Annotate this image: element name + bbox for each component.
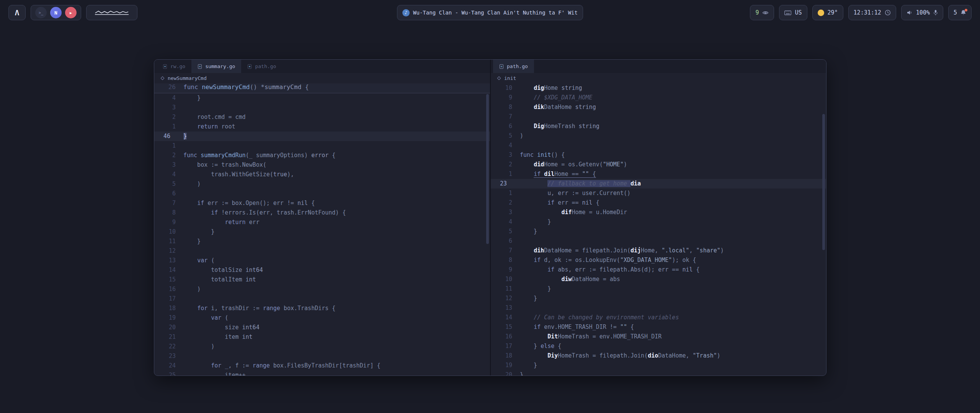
code-line[interactable]: 18 for i, trashDir := range box.TrashDir… — [154, 304, 490, 313]
right-scrollbar[interactable] — [822, 114, 825, 250]
code-line[interactable]: 9 // $XDG_DATA_HOME — [491, 93, 826, 102]
code-line[interactable]: 19 var ( — [154, 313, 490, 323]
code-text: var ( — [183, 313, 228, 323]
code-line[interactable]: 19 } — [491, 361, 826, 370]
code-line[interactable]: 4 trash.WithGetSize(true), — [154, 170, 490, 179]
weather[interactable]: 29° — [812, 5, 843, 20]
code-line[interactable]: 10 diwDataHome = abs — [491, 275, 826, 284]
tab-path.go[interactable]: path.go — [241, 60, 282, 73]
code-line[interactable]: 23 // fallback to get home dia — [491, 179, 826, 189]
launcher-icon: Λ — [15, 8, 19, 17]
code-line[interactable]: 22 ) — [154, 342, 490, 351]
symbol-icon — [160, 76, 165, 80]
notification-dot — [965, 9, 967, 11]
code-line[interactable]: 1 — [154, 141, 490, 151]
line-number: 18 — [154, 304, 183, 313]
code-line[interactable]: 20 size int64 — [154, 323, 490, 332]
code-line[interactable]: 16 ) — [154, 285, 490, 294]
code-line[interactable]: 17 — [154, 294, 490, 304]
clock-value: 12:31:12 — [854, 9, 881, 16]
clock[interactable]: 12:31:12 — [848, 5, 896, 20]
code-line[interactable]: 4 } — [154, 93, 490, 103]
code-line[interactable]: 8 dikDataHome string — [491, 102, 826, 112]
code-line[interactable]: 14 // Can be changed by environment vari… — [491, 313, 826, 322]
workspace-neovim[interactable]: N — [50, 7, 62, 18]
code-line[interactable]: 12 } — [491, 294, 826, 303]
code-line[interactable]: 16 DitHomeTrash = env.HOME_TRASH_DIR — [491, 332, 826, 341]
code-line[interactable]: 6 — [154, 189, 490, 198]
code-line[interactable]: 46} — [154, 132, 490, 141]
code-line[interactable]: 18 DiyHomeTrash = filepath.Join(dioDataH… — [491, 351, 826, 361]
code-line[interactable]: 10 } — [154, 227, 490, 237]
code-line[interactable]: 7 if err := box.Open(); err != nil { — [154, 198, 490, 208]
code-text: } — [520, 217, 551, 227]
tab-path.go[interactable]: path.go — [493, 60, 534, 73]
code-line[interactable]: 11 } — [154, 237, 490, 246]
code-line[interactable]: 2 if err == nil { — [491, 198, 826, 208]
bell-icon — [960, 10, 966, 16]
code-line[interactable]: 13 var ( — [154, 256, 490, 265]
code-line[interactable]: 21 item int — [154, 332, 490, 342]
idle-inhibitor[interactable]: 9 — [750, 5, 774, 20]
code-line[interactable]: 5) — [491, 131, 826, 141]
bar-left-group: Λ >_ N ▶ — [8, 5, 137, 20]
code-line[interactable]: 4 } — [491, 217, 826, 227]
code-text: size int64 — [183, 323, 260, 332]
code-line[interactable]: 6 DigHomeTrash string — [491, 122, 826, 131]
code-line[interactable]: 5 } — [491, 227, 826, 236]
line-number: 10 — [491, 83, 520, 93]
code-line[interactable]: 3 difHome = u.HomeDir — [491, 208, 826, 217]
workspace-media[interactable]: ▶ — [65, 7, 77, 18]
code-line[interactable]: 10 digHome string — [491, 83, 826, 93]
code-line[interactable]: 5 ) — [154, 179, 490, 189]
sun-icon — [818, 10, 824, 16]
code-text: diwDataHome = abs — [520, 275, 620, 284]
code-line[interactable]: 13 — [491, 303, 826, 313]
line-number: 15 — [491, 322, 520, 332]
code-line[interactable]: 8 if !errors.Is(err, trash.ErrNotFound) … — [154, 208, 490, 218]
code-line[interactable]: 12 — [154, 246, 490, 256]
code-text: } — [520, 284, 551, 294]
tab-rw.go[interactable]: rw.go — [157, 60, 191, 73]
notifications[interactable]: 5 — [948, 5, 972, 20]
code-line[interactable]: 6 — [491, 236, 826, 246]
code-line[interactable]: 9 if abs, err := filepath.Abs(d); err ==… — [491, 265, 826, 275]
code-line[interactable]: 15 if env.HOME_TRASH_DIR != "" { — [491, 322, 826, 332]
code-text: func summaryCmdRun(_ summaryOptions) err… — [183, 151, 335, 160]
code-line[interactable]: 11 } — [491, 284, 826, 294]
code-line[interactable]: 25 item++ — [154, 371, 490, 376]
workspace-terminal[interactable]: >_ — [35, 7, 47, 18]
code-line[interactable]: 1 if dilHome == "" { — [491, 169, 826, 179]
code-line[interactable]: 1 u, err := user.Current() — [491, 189, 826, 198]
media-player[interactable]: ♪ Wu-Tang Clan - Wu-Tang Clan Ain't Nuth… — [397, 5, 583, 20]
volume[interactable]: 100% — [901, 5, 943, 20]
code-line[interactable]: 15 totalItem int — [154, 275, 490, 285]
code-line[interactable]: 7 — [491, 112, 826, 122]
code-line[interactable]: 1 return root — [154, 122, 490, 132]
left-scrollbar[interactable] — [486, 94, 489, 244]
code-line[interactable]: 20} — [491, 370, 826, 376]
code-line[interactable]: 23 — [154, 351, 490, 361]
code-line[interactable]: 8 if d, ok := os.LookupEnv("XDG_DATA_HOM… — [491, 255, 826, 265]
code-line[interactable]: 3 — [154, 103, 490, 112]
code-line[interactable]: 17 } else { — [491, 341, 826, 351]
code-line[interactable]: 24 for _, f := range box.FilesByTrashDir… — [154, 361, 490, 371]
code-line[interactable]: 4 — [491, 141, 826, 150]
code-line[interactable]: 7 dihDataHome = filepath.Join(dijHome, "… — [491, 246, 826, 255]
line-number: 5 — [491, 131, 520, 141]
code-text: ) — [183, 285, 201, 294]
launcher-button[interactable]: Λ — [8, 5, 26, 20]
tab-summary.go[interactable]: summary.go — [191, 60, 241, 73]
code-line[interactable]: 2func summaryCmdRun(_ summaryOptions) er… — [154, 151, 490, 160]
code-line[interactable]: 2 didHome = os.Getenv("HOME") — [491, 160, 826, 169]
line-number: 26 — [154, 83, 183, 93]
keyboard-layout[interactable]: US — [779, 5, 807, 20]
code-text: for i, trashDir := range box.TrashDirs { — [183, 304, 335, 313]
code-line[interactable]: 3func init() { — [491, 150, 826, 160]
code-line[interactable]: 2 root.cmd = cmd — [154, 112, 490, 122]
code-line[interactable]: 26func newSummaryCmd() *summaryCmd { — [154, 83, 490, 93]
line-number: 11 — [491, 284, 520, 294]
code-line[interactable]: 9 return err — [154, 218, 490, 227]
code-line[interactable]: 3 box := trash.NewBox( — [154, 160, 490, 170]
code-line[interactable]: 14 totalSize int64 — [154, 265, 490, 275]
